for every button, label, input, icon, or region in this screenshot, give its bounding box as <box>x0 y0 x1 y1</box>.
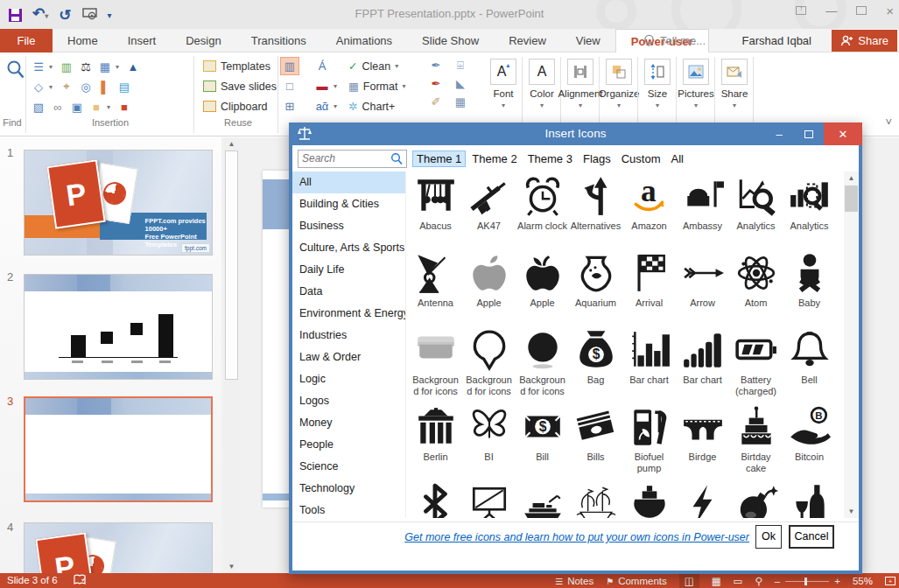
sticky-note-icon[interactable]: ■ <box>88 99 105 116</box>
icon-cell-boat[interactable]: Boat <box>569 481 622 518</box>
notes-button[interactable]: ☰Notes <box>555 576 593 586</box>
category-tools[interactable]: Tools <box>292 500 405 518</box>
dialog-maximize-icon[interactable] <box>794 122 824 145</box>
screenshot-icon[interactable]: ▣ <box>68 99 86 116</box>
tab-insert[interactable]: Insert <box>113 29 172 52</box>
icon-cell-birdge[interactable]: Birdge <box>676 404 729 481</box>
category-environment-energy[interactable]: Environment & Energy <box>292 303 405 325</box>
icon-cell-bomb[interactable]: Bomb <box>729 481 783 518</box>
icon-cell-bar-chart[interactable]: Bar chart <box>676 327 729 404</box>
icon-cell-bottle[interactable]: Bottle <box>783 481 836 518</box>
icon-cell-ambassy[interactable]: Ambassy <box>676 173 729 250</box>
category-technology[interactable]: Technology <box>292 478 405 500</box>
dropdown-icon[interactable]: ▾ <box>502 102 505 109</box>
dropdown-icon[interactable]: ▾ <box>49 63 56 71</box>
columns-layout-icon[interactable]: ▤ <box>116 79 133 95</box>
dropdown-icon[interactable]: ▾ <box>116 63 123 71</box>
icon-cell-bi[interactable]: BI <box>462 404 516 481</box>
dropdown-icon[interactable]: ▾ <box>402 82 409 90</box>
dropdown-icon[interactable]: ▾ <box>49 83 56 91</box>
category-logos[interactable]: Logos <box>292 390 405 412</box>
clipboard-button[interactable]: Clipboard <box>200 97 280 116</box>
dialog-tab-custom[interactable]: Custom <box>617 150 665 167</box>
text-box-icon[interactable]: ▧ <box>30 99 47 116</box>
tab-file[interactable]: File <box>0 29 53 52</box>
slide-thumbnail-4[interactable]: P <box>24 522 213 573</box>
dropdown-icon[interactable]: ▾ <box>107 103 114 111</box>
tab-view[interactable]: View <box>561 29 615 52</box>
pen-icon[interactable]: ✒ <box>427 57 445 74</box>
reading-view-icon[interactable]: ▭ <box>734 575 743 587</box>
table-icon[interactable]: ▦ <box>96 59 114 75</box>
icon-cell-arrival[interactable]: Arrival <box>622 250 676 327</box>
icon-cell-baby[interactable]: Baby <box>783 250 836 327</box>
icon-cell-arrow[interactable]: Arrow <box>676 250 729 327</box>
new-slide-icon[interactable]: ☰ <box>30 59 47 75</box>
translate-icon[interactable]: aᾶ <box>313 98 331 115</box>
eyedropper-icon[interactable]: ✒ <box>427 75 445 92</box>
user-name[interactable]: Farshad Iqbal <box>742 29 812 52</box>
pyramid-chart-icon[interactable]: ▲ <box>124 59 142 75</box>
icon-grid-scrollbar[interactable]: ▲ ▼ <box>844 172 859 518</box>
icon-cell-atom[interactable]: Atom <box>729 250 783 327</box>
icon-cell-birtday-cake[interactable]: Birtday cake <box>729 404 783 481</box>
category-building-cities[interactable]: Building & Cities <box>292 193 405 215</box>
normal-view-icon[interactable]: ◫ <box>679 574 699 588</box>
dialog-tab-theme-1[interactable]: Theme 1 <box>412 150 466 167</box>
icon-cell-bolt[interactable]: Bolt <box>676 481 729 518</box>
icon-cell-bill[interactable]: $Bill <box>516 404 569 481</box>
tab-slide-show[interactable]: Slide Show <box>407 29 494 52</box>
ok-button[interactable]: Ok <box>755 525 782 549</box>
templates-button[interactable]: Templates <box>200 57 280 75</box>
icon-cell-biofuel-pump[interactable]: Biofuel pump <box>622 404 676 481</box>
dialog-tab-theme-2[interactable]: Theme 2 <box>467 150 521 167</box>
border-toggle-icon[interactable]: □ <box>280 77 299 95</box>
icon-cell-berlin[interactable]: Berlin <box>409 404 462 481</box>
scroll-up-icon[interactable]: ▲ <box>224 137 239 150</box>
dialog-title-bar[interactable]: Insert Icons – ✕ <box>289 122 862 145</box>
format-table-icon[interactable]: ▦ <box>452 94 469 110</box>
tab-transitions[interactable]: Transitions <box>236 29 321 52</box>
category-culture-arts-sports[interactable]: Culture, Arts & Sports <box>292 237 405 259</box>
clean-button[interactable]: ✓Clean▾ <box>348 57 409 75</box>
slide-thumbnail-1[interactable]: FPPT.com provides 10000+ Free PowerPoint… <box>24 150 213 256</box>
category-science[interactable]: Science <box>292 456 405 478</box>
dropdown-icon[interactable]: ▾ <box>694 102 698 109</box>
spellcheck-book-icon[interactable] <box>74 574 87 585</box>
category-data[interactable]: Data <box>292 281 405 303</box>
icon-cell-boat[interactable]: Boat <box>622 481 676 518</box>
category-logic[interactable]: Logic <box>292 368 405 390</box>
icon-cell-antenna[interactable]: Antenna <box>409 250 462 327</box>
tab-review[interactable]: Review <box>494 29 561 52</box>
panel-toggle-icon[interactable]: ▥ <box>280 57 299 75</box>
collapse-ribbon-icon[interactable]: ˅ <box>885 116 892 129</box>
icon-cell-board[interactable]: Board <box>462 481 516 518</box>
scroll-down-icon[interactable]: ▼ <box>844 505 859 518</box>
icon-cell-background-for-icons[interactable]: Background for icons <box>462 327 516 404</box>
icon-cell-bar-chart[interactable]: Bar chart <box>622 327 676 404</box>
dialog-tab-all[interactable]: All <box>667 150 688 167</box>
globe-icon[interactable]: ◎ <box>77 79 95 95</box>
icon-cell-apple[interactable]: Apple <box>462 250 516 327</box>
category-people[interactable]: People <box>292 434 405 456</box>
dropdown-icon[interactable]: ▾ <box>334 82 341 90</box>
icon-cell-amazon[interactable]: aAmazon <box>622 173 676 250</box>
color-blocks-icon[interactable]: ■ <box>116 99 133 116</box>
font-style-icon[interactable]: Á <box>313 58 331 74</box>
icon-cell-analytics[interactable]: Analytics <box>729 173 783 250</box>
category-daily-life[interactable]: Daily Life <box>292 259 405 281</box>
zoom-knob[interactable] <box>804 578 807 585</box>
dropdown-icon[interactable]: ▾ <box>334 102 341 110</box>
search-box[interactable] <box>298 150 407 168</box>
minimize-icon[interactable]: — <box>825 4 837 18</box>
icon-cell-background-for-icons[interactable]: Background for icons <box>409 327 462 404</box>
shapes-icon[interactable]: ◇ <box>30 79 47 95</box>
find-icon[interactable] <box>6 60 25 80</box>
search-input[interactable] <box>298 152 386 164</box>
thumbnail-scrollbar[interactable]: ▲ ▼ <box>224 137 239 573</box>
icon-cell-analytics[interactable]: Analytics <box>783 173 836 250</box>
share-button[interactable]: Share <box>832 30 897 52</box>
category-all[interactable]: All <box>292 172 405 193</box>
dialog-tab-theme-3[interactable]: Theme 3 <box>523 150 577 167</box>
icon-cell-ak47[interactable]: AK47 <box>462 173 516 250</box>
